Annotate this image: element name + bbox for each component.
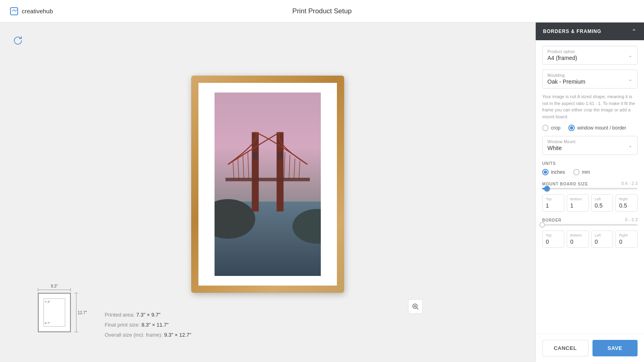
logo-icon [10, 7, 19, 16]
frame-preview [191, 76, 344, 293]
border-bottom-label: Bottom [570, 233, 582, 237]
border-slider[interactable] [542, 224, 638, 226]
header: creativehub Print Product Setup [0, 0, 644, 23]
mount-top-value: 1 [546, 202, 549, 209]
product-option-dropdown[interactable]: Product option A4 (framed) ⌄ [542, 46, 638, 65]
canvas-area: 9.3" 7.3" 9.7" 12.7" [0, 23, 535, 362]
mount-top-label: Top [546, 197, 552, 201]
svg-rect-5 [252, 132, 259, 212]
print-info: Printed area: 7.3" × 9.7" Final print si… [105, 312, 191, 338]
border-section: BORDER 0 - 2.3 [542, 216, 638, 226]
frame-inner [198, 83, 337, 286]
zoom-icon [412, 303, 419, 310]
overall-size-row: Overall size (incl. frame): 9.3" × 12.7" [105, 332, 191, 338]
border-left-value: 0 [595, 239, 598, 245]
final-print-label: Final print size: [105, 322, 140, 328]
border-right-value: 0 [619, 239, 622, 245]
border-left-label: Left [595, 233, 601, 237]
mount-left-label: Left [595, 197, 601, 201]
refresh-button[interactable] [13, 35, 23, 48]
border-top-value: 0 [546, 239, 549, 245]
printed-area-value: 7.3" × 9.7" [136, 312, 160, 318]
page-title: Print Product Setup [292, 7, 351, 15]
mount-right-label: Right [619, 197, 627, 201]
mount-left-value: 0.5 [595, 202, 603, 209]
product-option-label: Product option [547, 49, 632, 54]
save-button[interactable]: SAVE [592, 340, 638, 356]
mount-measures: Top 1 Bottom 1 Left 0.5 Right 0.5 [542, 194, 638, 212]
border-bottom-value: 0 [570, 239, 574, 245]
border-right-box: Right 0 [615, 230, 638, 248]
mount-board-range: 0.4 - 2.3 [621, 181, 638, 186]
window-mount-option[interactable]: window mount / border [568, 125, 626, 131]
mount-left-box: Left 0.5 [591, 194, 613, 212]
dim-inner-h: 9.7" [45, 321, 50, 325]
window-mount-dropdown[interactable]: Window Mount White ⌄ [542, 136, 638, 155]
border-range: 0 - 2.3 [625, 217, 638, 222]
aspect-ratio-info: Your image is not A sized shape, meaning… [542, 93, 638, 120]
border-right-label: Right [619, 233, 627, 237]
mount-board-slider[interactable] [542, 188, 638, 189]
cancel-button[interactable]: CANCEL [542, 340, 588, 356]
border-bottom-box: Bottom 0 [567, 230, 589, 248]
units-label: UNITS [542, 161, 638, 166]
window-mount-radio[interactable] [568, 125, 575, 131]
frame-outer [191, 76, 344, 293]
moulding-arrow-icon: ⌄ [628, 76, 632, 82]
mount-bottom-label: Bottom [570, 197, 582, 201]
mount-board-label: MOUNT BOARD SIZE [542, 182, 588, 186]
mount-right-box: Right 0.5 [615, 194, 638, 212]
svg-rect-16 [253, 152, 258, 159]
final-print-row: Final print size: 8.3" × 11.7" [105, 322, 191, 328]
svg-rect-17 [278, 152, 283, 159]
logo: creativehub [10, 7, 53, 16]
printed-area-row: Printed area: 7.3" × 9.7" [105, 312, 191, 318]
main-content: 9.3" 7.3" 9.7" 12.7" [0, 23, 644, 362]
svg-line-19 [417, 308, 419, 310]
mm-label: mm [582, 169, 590, 175]
photo-preview [215, 93, 321, 276]
overall-label: Overall size (incl. frame): [105, 332, 163, 338]
inches-option[interactable]: inches [542, 169, 565, 175]
border-top-label: Top [546, 233, 552, 237]
inches-label: inches [551, 169, 565, 175]
moulding-dropdown[interactable]: Moulding Oak - Premium ⌄ [542, 70, 638, 88]
svg-rect-15 [225, 178, 310, 181]
panel-footer: CANCEL SAVE [536, 334, 644, 362]
window-mount-label: window mount / border [577, 125, 626, 131]
product-option-arrow-icon: ⌄ [628, 53, 632, 58]
border-label: BORDER [542, 218, 561, 222]
inches-radio[interactable] [542, 169, 549, 175]
frame-diagram: 9.3" 7.3" 9.7" 12.7" [32, 290, 76, 338]
mount-right-value: 0.5 [619, 202, 627, 209]
logo-text: creativehub [22, 8, 53, 14]
border-left-box: Left 0 [591, 230, 613, 248]
crop-radio[interactable] [542, 125, 549, 131]
final-print-value: 8.3" × 11.7" [141, 322, 168, 328]
right-panel: BORDERS & FRAMING ⌃ Product option A4 (f… [535, 23, 644, 362]
printed-area-label: Printed area: [105, 312, 134, 318]
collapse-icon[interactable]: ⌃ [632, 28, 637, 35]
mount-bottom-value: 1 [570, 202, 574, 209]
crop-option[interactable]: crop [542, 125, 560, 131]
panel-title: BORDERS & FRAMING [543, 29, 601, 34]
mount-bottom-box: Bottom 1 [567, 194, 589, 212]
refresh-icon [13, 35, 23, 46]
mm-option[interactable]: mm [573, 169, 590, 175]
panel-header: BORDERS & FRAMING ⌃ [536, 23, 644, 40]
product-option-value: A4 (framed) [547, 55, 632, 61]
zoom-button[interactable] [408, 299, 423, 314]
window-mount-arrow-icon: ⌄ [628, 143, 632, 148]
window-mount-dropdown-value: White [547, 145, 632, 151]
moulding-label: Moulding [547, 73, 632, 78]
mount-board-section: MOUNT BOARD SIZE 0.4 - 2.3 [542, 180, 638, 189]
dim-width: 9.3" [32, 284, 76, 288]
mount-top-box: Top 1 [542, 194, 564, 212]
units-options: inches mm [542, 169, 638, 175]
panel-body: Product option A4 (framed) ⌄ Moulding Oa… [536, 40, 644, 334]
svg-rect-0 [10, 8, 18, 15]
fit-options: crop window mount / border [542, 125, 638, 131]
crop-label: crop [551, 125, 560, 131]
mm-radio[interactable] [573, 169, 580, 175]
border-measures: Top 0 Bottom 0 Left 0 Right 0 [542, 230, 638, 248]
